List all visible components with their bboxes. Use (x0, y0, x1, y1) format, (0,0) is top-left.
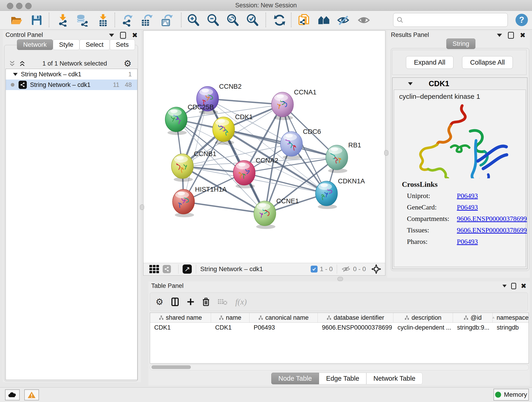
function-builder-icon[interactable]: f(x) (235, 297, 247, 307)
add-column-icon[interactable] (187, 298, 195, 306)
open-session-icon[interactable] (10, 14, 23, 27)
open-in-window-icon[interactable]: ↗ (183, 264, 192, 274)
table-horizontal-scrollbar[interactable] (150, 364, 529, 370)
panel-menu-icon[interactable] (502, 285, 507, 287)
network-node-CDC6[interactable]: CDC6 (280, 128, 321, 160)
panel-menu-icon[interactable] (109, 34, 114, 37)
tab-sets[interactable]: Sets (110, 39, 135, 50)
tab-node-table[interactable]: Node Table (271, 373, 319, 384)
tab-style[interactable]: Style (53, 39, 80, 50)
network-options-gear-icon[interactable]: ⚙ (124, 59, 132, 68)
network-edge-CCNB2-CCNA1[interactable] (208, 99, 283, 104)
delete-column-icon[interactable] (202, 298, 210, 306)
import-table-file-icon[interactable] (97, 14, 109, 27)
right-splitter-handle[interactable] (384, 150, 388, 156)
save-session-icon[interactable] (30, 14, 43, 27)
search-input[interactable] (406, 16, 507, 24)
cell-description[interactable]: cyclin-dependent ... (393, 323, 453, 332)
show-all-networks-icon[interactable] (317, 14, 330, 27)
panel-close-icon[interactable]: ✖ (132, 32, 138, 38)
column-header-id[interactable]: @id (453, 313, 493, 322)
table-options-gear-icon[interactable]: ⚙ (156, 298, 163, 306)
network-node-CDKN1A[interactable]: CDKN1A (316, 177, 365, 209)
memory-button[interactable]: Memory (494, 389, 529, 401)
network-canvas[interactable]: CCNB2CCNA1CDC25BCDK1CDC6RB1CCNB1CCNA2CDK… (143, 31, 385, 263)
table-row[interactable]: CDK1 CDK1 P06493 9606.ENSP00000378699 cy… (150, 323, 529, 332)
tab-edge-table[interactable]: Edge Table (319, 373, 366, 384)
zoom-out-icon[interactable] (207, 14, 220, 27)
scrollbar-thumb[interactable] (152, 365, 191, 369)
column-header-name[interactable]: name (211, 313, 249, 322)
export-network-icon[interactable] (121, 14, 134, 27)
network-collection-row[interactable]: String Network – cdk1 1 (6, 69, 137, 80)
hide-eye-icon[interactable] (337, 14, 350, 27)
column-header-namespace[interactable]: namespace (493, 313, 529, 322)
clone-network-icon[interactable] (298, 14, 310, 27)
bottom-splitter-handle[interactable] (337, 277, 343, 281)
control-panel-title: Control Panel (6, 32, 43, 38)
cell-shared-name[interactable]: CDK1 (150, 323, 211, 332)
network-edge-HIST1H1A-CCNE1[interactable] (184, 202, 265, 213)
expand-all-networks-icon[interactable] (19, 60, 26, 67)
panel-menu-icon[interactable] (497, 34, 502, 37)
column-header-canonical-name[interactable]: canonical name (249, 313, 318, 322)
crosslink-pharos-link[interactable]: P06493 (457, 238, 478, 245)
network-row[interactable]: String Network – cdk1 11 48 (6, 80, 137, 90)
import-network-file-icon[interactable] (57, 14, 70, 27)
panel-float-icon[interactable] (511, 283, 516, 289)
collapse-all-networks-icon[interactable] (9, 60, 16, 67)
tab-string[interactable]: String (446, 38, 475, 49)
export-table-icon[interactable] (140, 14, 153, 27)
delete-table-icon[interactable] (217, 298, 228, 306)
grid-view-icon[interactable] (149, 265, 159, 273)
collapse-all-button[interactable]: Collapse All (462, 56, 513, 69)
show-columns-icon[interactable] (171, 298, 179, 306)
expand-all-button[interactable]: Expand All (406, 56, 453, 69)
show-eye-icon[interactable] (357, 14, 370, 27)
zoom-fit-icon[interactable] (226, 14, 239, 27)
left-splitter-handle[interactable] (140, 204, 144, 210)
hidden-items-eye-icon[interactable] (341, 266, 351, 273)
panel-close-icon[interactable]: ✖ (521, 283, 526, 289)
panel-float-icon[interactable] (508, 32, 514, 39)
cell-database-identifier[interactable]: 9606.ENSP00000378699 (318, 323, 393, 332)
selected-items-checkbox-icon[interactable] (311, 266, 317, 273)
maximize-window-icon[interactable] (25, 3, 32, 9)
gene-card-header[interactable]: CDK1 (393, 78, 527, 89)
network-badge-icon[interactable] (163, 265, 171, 273)
cell-namespace[interactable]: stringdb (493, 323, 529, 332)
node-label-CCNA1: CCNA1 (294, 89, 317, 96)
crosslink-tissues-link[interactable]: 9606.ENSP00000378699 (457, 226, 527, 234)
minimize-window-icon[interactable] (16, 3, 22, 9)
export-image-icon[interactable] (160, 14, 173, 27)
warnings-button[interactable] (24, 389, 39, 400)
close-window-icon[interactable] (7, 3, 13, 9)
zoom-selected-icon[interactable] (246, 14, 259, 27)
collection-expand-icon[interactable] (13, 73, 18, 76)
network-node-HIST1H1A[interactable]: HIST1H1A (172, 186, 227, 217)
crosslink-genecard-link[interactable]: P06493 (457, 203, 478, 211)
column-header-shared-name[interactable]: shared name (150, 313, 211, 322)
tab-select[interactable]: Select (80, 39, 110, 50)
refresh-icon[interactable] (273, 14, 286, 27)
cell-name[interactable]: CDK1 (211, 323, 249, 332)
cloud-button[interactable] (5, 389, 20, 400)
crosslink-compartments-link[interactable]: 9606.ENSP00000378699 (457, 215, 527, 223)
zoom-in-icon[interactable] (187, 14, 200, 27)
column-header-description[interactable]: description (393, 313, 453, 322)
network-node-CCNB1[interactable]: CCNB1 (171, 150, 216, 182)
birds-eye-view-icon[interactable] (371, 264, 381, 274)
tab-network[interactable]: Network (17, 39, 53, 50)
help-button[interactable]: ? (515, 14, 528, 26)
panel-float-icon[interactable] (120, 32, 126, 39)
panel-close-icon[interactable]: ✖ (520, 32, 526, 38)
import-network-database-icon[interactable] (76, 14, 89, 27)
gene-collapse-icon[interactable] (408, 82, 413, 85)
crosslink-uniprot-link[interactable]: P06493 (457, 192, 478, 200)
column-header-database-identifier[interactable]: database identifier (318, 313, 393, 322)
cell-id[interactable]: stringdb:9... (453, 323, 493, 332)
cell-canonical-name[interactable]: P06493 (249, 323, 318, 332)
network-node-RB1[interactable]: RB1 (326, 141, 361, 173)
network-node-CCNE1[interactable]: CCNE1 (254, 197, 299, 229)
tab-network-table[interactable]: Network Table (366, 373, 423, 384)
